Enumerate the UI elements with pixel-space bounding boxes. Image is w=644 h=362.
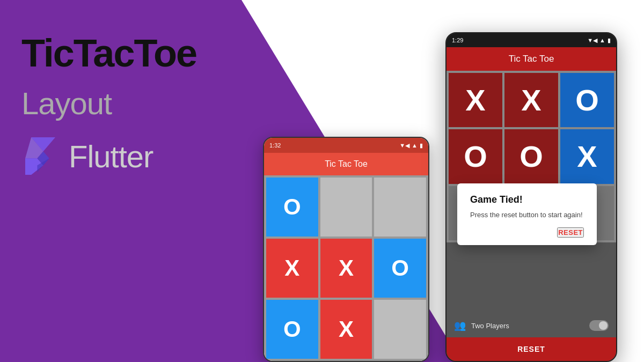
battery-icon: ▮ [420,142,423,149]
dialog-actions: RESET [470,227,584,238]
grid-cell-3[interactable]: X [266,239,318,298]
reset-bar-button[interactable]: RESET [447,337,616,361]
wifi-icon: ▲ [412,142,418,149]
grid-cell-0[interactable]: O [266,178,318,237]
battery-icon-r: ▮ [608,37,611,44]
phone-right-time: 1:29 [452,37,587,43]
dialog-reset-button[interactable]: RESET [557,227,584,238]
app-title: TicTacToe [21,32,196,75]
phone-left-status-bar: 1:32 ▼◀ ▲ ▮ [264,138,428,153]
subtitle-layout: Layout [21,85,196,121]
players-label: Two Players [471,322,584,330]
game-tied-dialog: Game Tied! Press the reset button to sta… [457,183,597,245]
grid-cell-6[interactable]: O [266,300,318,359]
dialog-message: Press the reset button to start again! [470,211,584,219]
phone-right-app-bar: Tic Tac Toe [447,47,616,71]
right-grid-cell-4[interactable]: O [504,129,558,183]
players-toggle[interactable] [589,320,609,331]
right-grid-cell-5[interactable]: X [560,129,614,183]
phone-left-status-icons: ▼◀ ▲ ▮ [399,142,423,149]
players-icon: 👥 [454,320,466,331]
phone-left-mockup: 1:32 ▼◀ ▲ ▮ Tic Tac Toe O X X O O X [263,137,429,362]
right-grid-cell-1[interactable]: X [504,73,558,127]
grid-cell-8[interactable] [374,300,426,359]
phone-left-app-title: Tic Tac Toe [325,159,368,169]
grid-cell-5[interactable]: O [374,239,426,298]
left-section: TicTacToe Layout Flutter [21,32,196,175]
phone-right-bottom: 👥 Two Players RESET [447,314,616,361]
grid-cell-7[interactable]: X [320,300,372,359]
signal-icon: ▼◀ [399,142,409,149]
signal-icon-r: ▼◀ [587,37,597,44]
right-grid-cell-3[interactable]: O [449,129,502,183]
flutter-label: Flutter [69,138,153,174]
grid-cell-1[interactable] [320,178,372,237]
grid-cell-4[interactable]: X [320,239,372,298]
toggle-knob [599,321,608,330]
flutter-row: Flutter [21,137,196,175]
phone-right-status-icons: ▼◀ ▲ ▮ [587,37,611,44]
right-grid-cell-2[interactable]: O [560,73,614,127]
players-row: 👥 Two Players [447,314,616,337]
phone-left-app-bar: Tic Tac Toe [264,153,428,175]
flutter-logo-icon [21,137,59,175]
phone-left-time: 1:32 [269,142,399,149]
grid-cell-2[interactable] [374,178,426,237]
right-grid-cell-0[interactable]: X [449,73,502,127]
wifi-icon-r: ▲ [599,37,605,43]
phone-right-status-bar: 1:29 ▼◀ ▲ ▮ [447,33,616,47]
phone-left-game-grid: O X X O O X [264,175,428,361]
phone-right-app-title: Tic Tac Toe [509,54,554,64]
dialog-title: Game Tied! [470,194,584,205]
phone-right-mockup: 1:29 ▼◀ ▲ ▮ Tic Tac Toe X X O O O X Game… [445,32,617,362]
reset-bar-label: RESET [517,345,545,353]
